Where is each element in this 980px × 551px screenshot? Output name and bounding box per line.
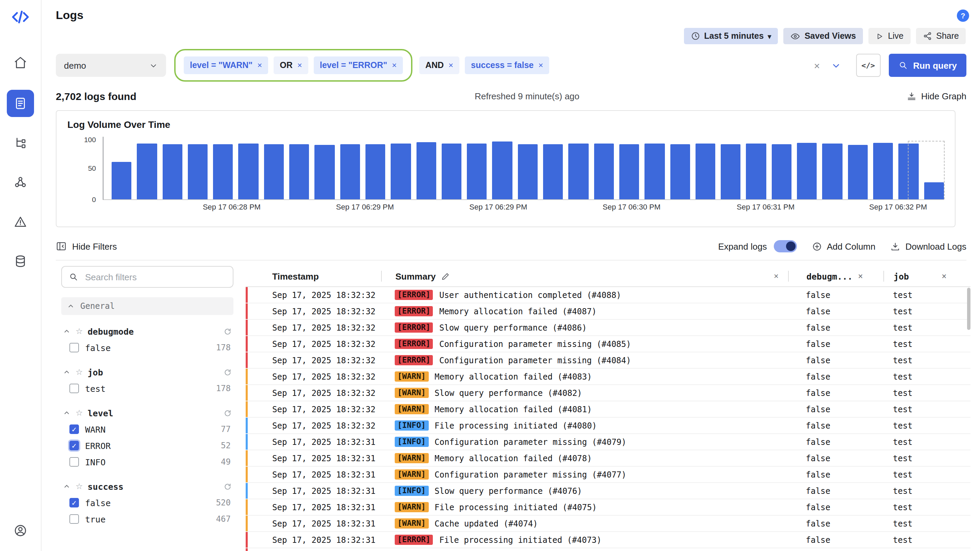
checkbox[interactable]: ✓ [69,498,79,508]
app-logo-icon[interactable] [10,7,30,27]
query-code-button[interactable]: </> [856,54,880,77]
chart-bar[interactable] [239,143,259,199]
column-header-job[interactable]: job × [883,271,970,282]
query-chip[interactable]: level = "ERROR"× [314,56,403,74]
sidebar-item-logs[interactable] [7,90,34,117]
facet-value-row[interactable]: false178 [61,340,234,356]
checkbox[interactable] [69,384,79,393]
table-row[interactable]: Sep 17, 2025 18:32:31[WARN]File processi… [246,499,970,516]
table-row[interactable]: Sep 17, 2025 18:32:32[WARN]Memory alloca… [246,369,970,385]
refresh-icon[interactable] [223,368,232,376]
query-chips[interactable]: level = "WARN"×OR×level = "ERROR"× AND×s… [174,53,848,78]
add-column-button[interactable]: Add Column [812,241,875,251]
chart-bar[interactable] [340,144,360,199]
query-chip[interactable]: AND× [419,56,460,74]
sidebar-item-home[interactable] [8,50,33,75]
live-button[interactable]: Live [868,28,910,44]
table-row[interactable]: Sep 17, 2025 18:32:31[ERROR]Configuratio… [246,548,970,551]
table-row[interactable]: Sep 17, 2025 18:32:32[ERROR]Slow query p… [246,320,970,336]
chart-bar[interactable] [644,143,665,199]
table-row[interactable]: Sep 17, 2025 18:32:31[WARN]Cache updated… [246,516,970,532]
chart-bar[interactable] [772,144,791,199]
remove-column-icon[interactable]: × [858,272,862,281]
chip-remove-icon[interactable]: × [392,60,397,70]
sidebar-item-alerts[interactable] [8,210,33,234]
facet-header[interactable]: ☆job [61,364,234,380]
help-button[interactable]: ? [957,10,969,22]
refresh-icon[interactable] [223,408,232,417]
checkbox[interactable]: ✓ [69,441,79,450]
facet-value-row[interactable]: INFO49 [61,454,234,470]
time-range-button[interactable]: Last 5 minutes ▾ [684,28,778,44]
chart-bar[interactable] [467,143,487,199]
chart-bar[interactable] [543,144,563,199]
edit-pencil-icon[interactable] [441,272,450,281]
star-icon[interactable]: ☆ [76,327,83,336]
share-button[interactable]: Share [916,28,966,44]
chart-bar[interactable] [569,143,589,199]
chip-remove-icon[interactable]: × [298,60,302,70]
expand-logs-toggle[interactable] [774,240,797,252]
facet-value-row[interactable]: ✓ERROR52 [61,437,234,454]
table-row[interactable]: Sep 17, 2025 18:32:32[ERROR]Memory alloc… [246,303,970,320]
sidebar-item-account[interactable] [8,518,33,543]
table-row[interactable]: Sep 17, 2025 18:32:32[WARN]Slow query pe… [246,385,970,401]
hide-graph-button[interactable]: Hide Graph [906,91,966,101]
refresh-icon[interactable] [223,327,232,336]
checkbox[interactable]: ✓ [69,424,79,434]
table-row[interactable]: Sep 17, 2025 18:32:31[ERROR]File process… [246,532,970,548]
chart-bar[interactable] [848,145,868,199]
remove-column-icon[interactable]: × [774,272,778,281]
star-icon[interactable]: ☆ [76,408,83,418]
chart-bar[interactable] [315,145,335,199]
chart-bar[interactable] [264,144,284,199]
facet-header[interactable]: ☆debugmode [61,323,234,340]
chart-bar[interactable] [416,143,436,199]
chip-remove-icon[interactable]: × [449,60,453,70]
facet-header[interactable]: ☆level [61,405,234,421]
remove-column-icon[interactable]: × [942,272,946,281]
table-row[interactable]: Sep 17, 2025 18:32:32[ERROR]Configuratio… [246,353,970,369]
column-header-debugmode[interactable]: debugm... × [788,271,883,282]
table-row[interactable]: Sep 17, 2025 18:32:31[WARN]Configuration… [246,467,970,483]
checkbox[interactable] [69,343,79,353]
clear-query-icon[interactable]: × [814,60,820,71]
run-query-button[interactable]: Run query [888,54,966,77]
table-row[interactable]: Sep 17, 2025 18:32:32[INFO]File processi… [246,418,970,434]
expand-query-chevron-icon[interactable] [830,60,841,70]
chart-bar[interactable] [492,142,512,199]
chart-bar[interactable] [518,144,538,199]
checkbox[interactable] [69,457,79,467]
chart-bar[interactable] [822,143,843,199]
facet-value-row[interactable]: ✓false520 [61,495,234,511]
table-row[interactable]: Sep 17, 2025 18:32:31[WARN]Memory alloca… [246,450,970,467]
vertical-scrollbar[interactable] [967,288,970,330]
chart-bar[interactable] [366,144,385,199]
table-row[interactable]: Sep 17, 2025 18:32:32[ERROR]User authent… [246,287,970,303]
star-icon[interactable]: ☆ [76,482,83,491]
query-chip[interactable]: OR× [274,56,308,74]
column-header-timestamp[interactable]: Timestamp [248,271,381,281]
table-row[interactable]: Sep 17, 2025 18:32:31[INFO]Configuration… [246,434,970,450]
search-filters-input[interactable] [84,271,226,283]
chart-bar[interactable] [213,144,233,199]
chart-bar[interactable] [797,143,817,199]
chart-bar[interactable] [442,143,462,199]
chart-bar[interactable] [873,143,893,199]
download-logs-button[interactable]: Download Logs [891,241,966,251]
chart-bar[interactable] [289,144,309,199]
facet-value-row[interactable]: true467 [61,511,234,527]
column-header-summary[interactable]: Summary × [381,271,788,282]
chart-bar[interactable] [188,144,208,199]
chart-bar[interactable] [695,143,716,199]
checkbox[interactable] [69,514,79,524]
facet-value-row[interactable]: test178 [61,380,234,397]
table-row[interactable]: Sep 17, 2025 18:32:32[WARN]Memory alloca… [246,401,970,418]
chart-bar[interactable] [746,143,766,199]
chart-bar[interactable] [111,162,132,199]
filter-section-general[interactable]: General [61,297,234,315]
sidebar-item-pipelines[interactable] [8,130,33,155]
saved-views-button[interactable]: Saved Views [783,28,862,44]
facet-header[interactable]: ☆success [61,478,234,495]
chip-remove-icon[interactable]: × [538,60,543,70]
